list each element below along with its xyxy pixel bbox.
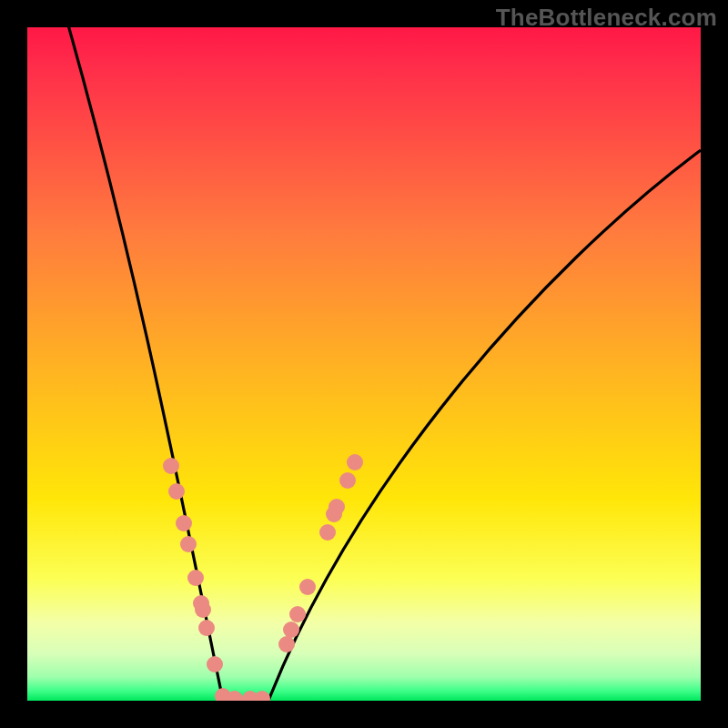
data-dot bbox=[278, 636, 295, 652]
data-dot bbox=[347, 454, 363, 470]
data-dot bbox=[283, 622, 299, 638]
chart-curves bbox=[27, 27, 701, 701]
dot-group bbox=[163, 454, 363, 701]
data-dot bbox=[180, 536, 197, 552]
data-dot bbox=[168, 483, 185, 500]
data-dot bbox=[339, 472, 356, 489]
data-dot bbox=[207, 656, 223, 672]
data-dot bbox=[198, 620, 215, 636]
chart-frame bbox=[27, 27, 701, 701]
data-dot bbox=[163, 458, 179, 474]
right-curve bbox=[268, 150, 701, 701]
data-dot bbox=[289, 606, 306, 622]
data-dot bbox=[329, 499, 345, 515]
data-dot bbox=[299, 579, 316, 595]
data-dot bbox=[187, 570, 204, 586]
data-dot bbox=[176, 515, 192, 531]
data-dot bbox=[195, 602, 211, 618]
data-dot bbox=[254, 691, 270, 701]
data-dot bbox=[319, 524, 336, 541]
